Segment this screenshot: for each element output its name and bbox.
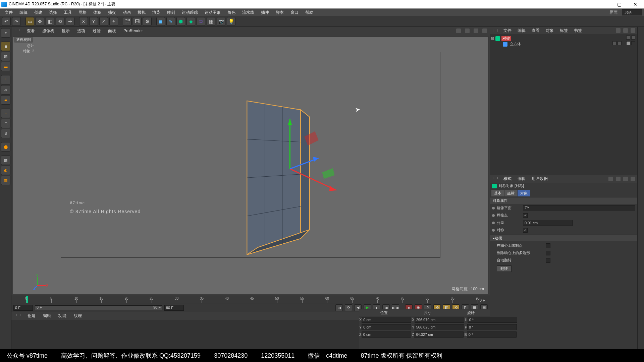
move-tool[interactable]: ✥ <box>36 17 44 26</box>
uv-button[interactable]: ▥ <box>1 176 10 185</box>
normals-button[interactable]: ◐ <box>1 166 10 175</box>
vis-render-dot[interactable] <box>631 36 635 40</box>
axis-mode-button[interactable]: ⌙ <box>1 109 10 118</box>
view-nav-toggle-icon[interactable] <box>482 28 487 33</box>
render-view-button[interactable]: 🎬 <box>123 17 131 26</box>
maximize-button[interactable]: ▢ <box>612 0 627 8</box>
coord-rot-field[interactable] <box>467 324 517 330</box>
add-generator-button[interactable]: ⬢ <box>176 17 185 26</box>
coord-pos-field[interactable] <box>362 331 411 338</box>
menu-pipeline[interactable]: 流水线 <box>239 9 257 16</box>
prop-mirror-field[interactable]: ZY <box>523 205 635 211</box>
make-editable-button[interactable]: ✦ <box>1 28 10 38</box>
menu-tools[interactable]: 工具 <box>61 9 74 16</box>
tab-object[interactable]: 对象 <box>518 190 530 196</box>
mat-menu-edit[interactable]: 编辑 <box>41 312 53 319</box>
am-fwd-icon[interactable] <box>623 177 628 181</box>
section-modeling[interactable]: ▸建模 <box>490 235 637 241</box>
axis-y-button[interactable]: Y <box>89 17 98 26</box>
menu-character[interactable]: 角色 <box>225 9 238 16</box>
am-back-icon[interactable] <box>608 177 613 181</box>
timeline-ruler[interactable]: 0 F 051015202530354045505560657075808590 <box>11 296 490 303</box>
menu-plugins[interactable]: 插件 <box>258 9 272 16</box>
coord-pos-field[interactable] <box>362 324 411 330</box>
add-light-button[interactable]: 💡 <box>227 17 235 26</box>
menu-create[interactable]: 创建 <box>32 9 45 16</box>
add-field-button[interactable]: ⬭ <box>197 17 205 26</box>
tree-toggle-icon[interactable]: ⊟ <box>491 36 494 41</box>
phong-tag-icon[interactable] <box>626 41 630 45</box>
view-menu-display[interactable]: 显示 <box>60 27 72 35</box>
am-menu-edit[interactable]: 编辑 <box>516 175 528 182</box>
minimize-button[interactable]: — <box>596 0 611 8</box>
om-fold-icon[interactable] <box>631 28 635 33</box>
om-home-icon[interactable] <box>623 28 628 33</box>
prop-weld-check[interactable]: ✓ <box>523 213 528 218</box>
am-menu-userdata[interactable]: 用户数据 <box>530 175 550 182</box>
rotate-tool[interactable]: ⟲ <box>56 17 64 26</box>
am-up-icon[interactable] <box>616 177 621 181</box>
view-nav-rotate-icon[interactable] <box>474 28 478 33</box>
menu-volume[interactable]: 体积 <box>91 9 104 16</box>
vis-editor-dot[interactable] <box>612 41 616 45</box>
om-menu-edit[interactable]: 编辑 <box>516 27 528 34</box>
coord-rot-field[interactable] <box>467 331 517 338</box>
menu-edit[interactable]: 编辑 <box>17 9 30 16</box>
edges-mode-button[interactable]: ▱ <box>1 85 10 95</box>
add-deformer-button[interactable]: ◆ <box>186 17 195 26</box>
view-nav-zoom-icon[interactable] <box>465 28 470 33</box>
menu-sculpt[interactable]: 雕刻 <box>164 9 178 16</box>
add-environment-button[interactable]: ▦ <box>207 17 215 26</box>
timeline-start-field[interactable] <box>13 305 33 311</box>
menu-file[interactable]: 文件 <box>2 9 15 16</box>
menu-mesh[interactable]: 网格 <box>76 9 89 16</box>
coord-pos-field[interactable] <box>362 317 411 323</box>
view-menu-view[interactable]: 查看 <box>25 27 37 35</box>
layout-select[interactable]: 启动 <box>622 9 642 15</box>
undo-button[interactable]: ↶ <box>2 17 11 26</box>
tree-label-cube[interactable]: 立方体 <box>509 42 522 47</box>
render-region-button[interactable]: 🎞 <box>133 17 142 26</box>
om-menu-tags[interactable]: 标签 <box>558 27 570 34</box>
workplane-mode-button[interactable]: ▬ <box>1 62 10 71</box>
om-menu-view[interactable]: 查看 <box>530 27 542 34</box>
loop-button[interactable]: ⟳ <box>345 304 352 311</box>
goto-start-button[interactable]: ⏮ <box>335 304 343 311</box>
mat-menu-tex[interactable]: 纹理 <box>72 312 84 319</box>
am-lock-icon[interactable] <box>631 177 635 181</box>
object-tree[interactable]: ⊟ 对称 立方体 <box>490 34 637 175</box>
timeline-range-slider[interactable]: 0 F 90 F <box>35 305 162 310</box>
coord-size-field[interactable] <box>414 331 464 338</box>
redo-button[interactable]: ↷ <box>12 17 21 26</box>
om-menu-bookmarks[interactable]: 书签 <box>572 27 584 34</box>
menu-script[interactable]: 脚本 <box>273 9 286 16</box>
tab-basic[interactable]: 基本 <box>491 190 504 196</box>
render-settings-button[interactable]: ⚙ <box>143 17 152 26</box>
viewport-solo-button[interactable]: ◻ <box>1 119 10 128</box>
view-menu-filter[interactable]: 过滤 <box>91 27 103 35</box>
model-mode-button[interactable]: ◼ <box>1 42 10 51</box>
add-cube-button[interactable]: ◼ <box>156 17 165 26</box>
add-camera-button[interactable]: 📷 <box>217 17 225 26</box>
polys-mode-button[interactable]: ▰ <box>1 95 10 105</box>
viewport[interactable]: 87time © 87time All Rights Reserved <box>13 36 488 294</box>
menu-animate[interactable]: 动画 <box>120 9 133 16</box>
om-menu-objects[interactable]: 对象 <box>544 27 556 34</box>
view-menu-cameras[interactable]: 摄像机 <box>40 27 56 35</box>
coord-size-field[interactable] <box>415 317 464 323</box>
prop-sym-check[interactable]: ✓ <box>523 228 528 233</box>
view-menu-options[interactable]: 选项 <box>75 27 87 35</box>
menu-select[interactable]: 选择 <box>46 9 60 16</box>
tag-icon[interactable] <box>631 41 635 45</box>
menu-snap[interactable]: 捕捉 <box>105 9 119 16</box>
vis-render-dot[interactable] <box>618 41 622 45</box>
om-menu-file[interactable]: 文件 <box>501 27 514 34</box>
tree-label-symmetry[interactable]: 对称 <box>501 36 511 41</box>
mat-menu-func[interactable]: 功能 <box>56 312 68 319</box>
om-search-icon[interactable] <box>616 28 621 33</box>
soft-select-button[interactable]: ⬤ <box>1 142 10 152</box>
menu-mograph[interactable]: 运动图形 <box>202 9 223 16</box>
tab-coord[interactable]: 坐标 <box>504 190 517 196</box>
prop-limit-check[interactable] <box>546 243 550 248</box>
prop-tol-field[interactable] <box>523 220 573 226</box>
